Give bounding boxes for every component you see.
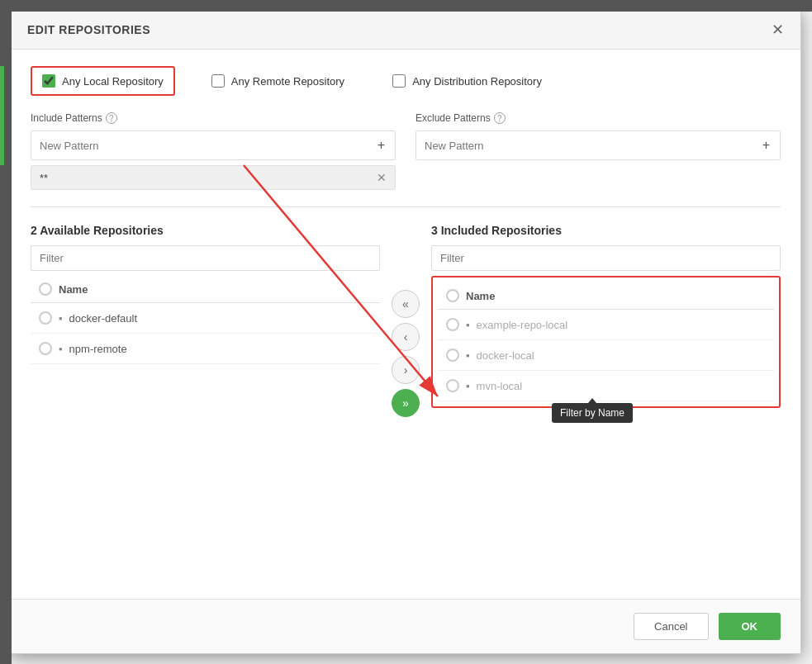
section-divider	[31, 206, 781, 207]
repo-lists: 2 Available Repositories Name ▪ docker-d…	[31, 224, 781, 417]
mvn-local-icon: ▪	[466, 380, 470, 392]
include-patterns-label: Include Patterns ?	[31, 112, 396, 124]
exclude-patterns-help-icon[interactable]: ?	[494, 112, 506, 124]
transfer-right-button[interactable]: ›	[392, 356, 420, 384]
transfer-all-left-button[interactable]: «	[392, 290, 420, 318]
ok-button[interactable]: OK	[719, 613, 781, 640]
dialog-header: EDIT REPOSITORIES ✕	[11, 11, 800, 50]
include-pattern-add-button[interactable]: +	[368, 131, 395, 159]
available-repo-row[interactable]: ▪ docker-default	[31, 303, 380, 334]
include-patterns-group: Include Patterns ? + ** ✕	[31, 112, 396, 190]
npm-remote-icon: ▪	[59, 343, 63, 355]
transfer-left-button[interactable]: ‹	[392, 323, 420, 351]
repo-type-local-label: Any Local Repository	[62, 75, 164, 88]
include-patterns-help-icon[interactable]: ?	[106, 112, 117, 124]
filter-by-name-tooltip: Filter by Name	[552, 403, 633, 423]
example-repo-radio[interactable]	[446, 318, 459, 331]
cancel-button[interactable]: Cancel	[634, 613, 708, 640]
repo-type-remote-checkbox[interactable]	[211, 74, 225, 88]
included-repos-header: Name	[438, 282, 774, 310]
available-repos-name-header: Name	[59, 283, 88, 296]
included-repo-row-docker[interactable]: ▪ docker-local	[438, 340, 774, 371]
available-repos-filter[interactable]	[31, 245, 380, 271]
docker-default-icon: ▪	[59, 312, 63, 325]
exclude-pattern-input[interactable]	[416, 133, 753, 159]
example-repo-name: example-repo-local	[477, 319, 568, 331]
included-repos-title: 3 Included Repositories	[431, 224, 781, 237]
example-repo-icon: ▪	[466, 319, 470, 331]
available-repo-row-npm[interactable]: ▪ npm-remote	[31, 334, 380, 364]
available-repos-title: 2 Available Repositories	[31, 224, 380, 237]
npm-remote-name: npm-remote	[69, 343, 127, 355]
docker-default-name: docker-default	[69, 312, 137, 325]
repo-type-local[interactable]: Any Local Repository	[31, 66, 175, 96]
include-pattern-tag: ** ✕	[31, 165, 396, 190]
include-pattern-input[interactable]	[31, 133, 368, 159]
repo-type-distribution-label: Any Distribution Repository	[412, 75, 542, 88]
mvn-local-name: mvn-local	[477, 380, 523, 392]
available-header-radio	[39, 282, 52, 296]
repo-type-local-checkbox[interactable]	[42, 74, 55, 88]
edit-repositories-dialog: EDIT REPOSITORIES ✕ Any Local Repository…	[10, 10, 801, 654]
repo-type-distribution[interactable]: Any Distribution Repository	[381, 66, 553, 96]
dialog-footer: Cancel OK	[11, 599, 800, 653]
docker-local-radio[interactable]	[446, 349, 459, 362]
mvn-local-radio[interactable]	[446, 379, 459, 392]
docker-local-name: docker-local	[477, 349, 534, 362]
dialog-title: EDIT REPOSITORIES	[27, 23, 150, 36]
exclude-pattern-input-row: +	[415, 130, 781, 160]
exclude-pattern-add-button[interactable]: +	[753, 131, 780, 159]
include-pattern-tag-remove[interactable]: ✕	[377, 171, 387, 184]
included-repo-row-mvn[interactable]: ▪ mvn-local	[438, 371, 774, 401]
available-repos-section: 2 Available Repositories Name ▪ docker-d…	[31, 224, 380, 364]
repo-type-distribution-checkbox[interactable]	[392, 74, 406, 88]
dialog-body: Any Local Repository Any Remote Reposito…	[11, 50, 800, 599]
included-repos-name-header: Name	[466, 290, 495, 302]
repo-type-options: Any Local Repository Any Remote Reposito…	[31, 66, 781, 96]
repo-type-remote-label: Any Remote Repository	[231, 75, 344, 88]
included-repos-box: Name ▪ example-repo-local ▪ docker-local	[431, 276, 781, 408]
included-repo-row-example[interactable]: ▪ example-repo-local	[438, 310, 774, 340]
include-pattern-input-row: +	[31, 130, 396, 160]
exclude-patterns-group: Exclude Patterns ? +	[415, 112, 781, 190]
available-repos-header: Name	[31, 276, 380, 303]
docker-default-radio[interactable]	[39, 311, 52, 325]
exclude-patterns-label: Exclude Patterns ?	[415, 112, 781, 124]
included-header-radio	[446, 289, 459, 302]
included-repos-section: 3 Included Repositories Name ▪ example-r…	[431, 224, 781, 408]
npm-remote-radio[interactable]	[39, 342, 52, 355]
repo-type-remote[interactable]: Any Remote Repository	[200, 66, 356, 96]
patterns-section: Include Patterns ? + ** ✕ Exclude Patter…	[31, 112, 781, 190]
transfer-all-right-button[interactable]: »	[392, 389, 420, 417]
included-repos-filter[interactable]	[431, 245, 781, 271]
close-button[interactable]: ✕	[772, 22, 784, 37]
transfer-buttons: « ‹ › »	[380, 290, 431, 417]
docker-local-icon: ▪	[466, 349, 470, 362]
